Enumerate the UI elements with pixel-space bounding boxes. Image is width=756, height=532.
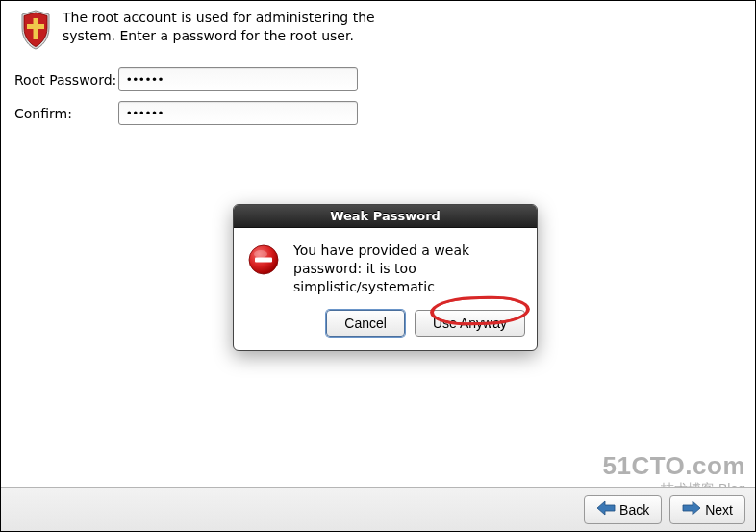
dialog-title: Weak Password — [234, 205, 537, 228]
svg-rect-3 — [255, 258, 272, 263]
shield-icon — [18, 9, 53, 54]
root-password-input[interactable] — [118, 67, 358, 91]
use-anyway-button[interactable]: Use Anyway — [415, 310, 525, 337]
footer-nav: Back Next — [1, 487, 755, 531]
root-password-description: The root account is used for administeri… — [63, 9, 380, 45]
dialog-body: You have provided a weak password: it is… — [234, 228, 537, 310]
error-icon — [247, 243, 280, 279]
dialog-button-row: Cancel Use Anyway — [234, 310, 537, 350]
arrow-left-icon — [596, 500, 616, 519]
confirm-password-label: Confirm: — [14, 106, 118, 121]
root-password-label: Root Password: — [14, 72, 118, 88]
next-button[interactable]: Next — [669, 495, 745, 524]
header-row: The root account is used for administeri… — [1, 1, 755, 54]
confirm-password-input[interactable] — [118, 101, 358, 125]
arrow-right-icon — [682, 500, 701, 519]
back-button-label: Back — [619, 502, 649, 518]
password-form: Root Password: Confirm: — [1, 54, 755, 125]
confirm-password-row: Confirm: — [14, 101, 743, 125]
next-button-label: Next — [705, 502, 733, 518]
back-button[interactable]: Back — [584, 495, 662, 524]
watermark-line1: 51CTO.com — [602, 451, 745, 481]
cancel-button[interactable]: Cancel — [326, 310, 405, 337]
svg-rect-1 — [27, 24, 44, 29]
weak-password-dialog: Weak Password You have provided a weak p… — [233, 204, 538, 351]
svg-point-4 — [254, 250, 267, 258]
root-password-row: Root Password: — [14, 67, 743, 91]
dialog-message: You have provided a weak password: it is… — [293, 241, 521, 296]
